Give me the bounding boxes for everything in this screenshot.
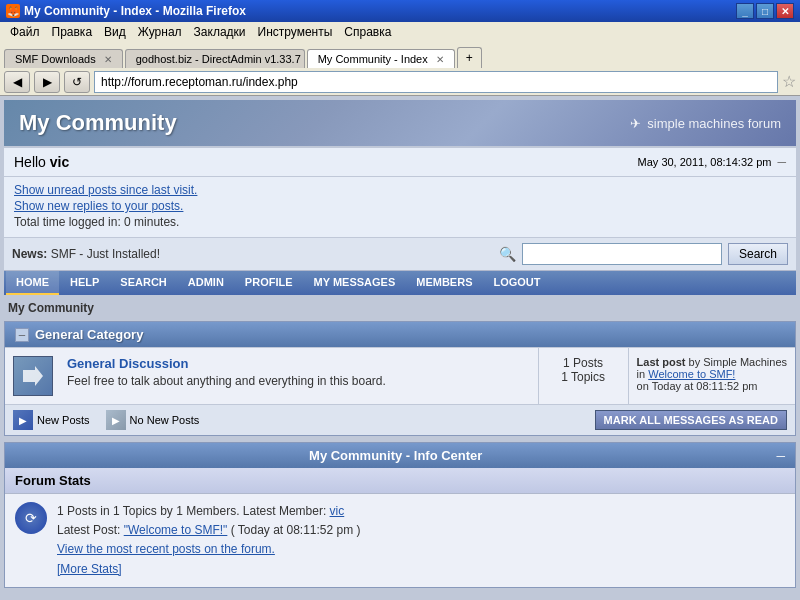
info-section: Show unread posts since last visit. Show… — [4, 177, 796, 238]
hello-bar: Hello vic May 30, 2011, 08:14:32 pm ─ — [4, 148, 796, 177]
search-icon: 🔍 — [499, 246, 516, 262]
stats-post-link[interactable]: "Welcome to SMF!" — [124, 523, 228, 537]
board-stats: 1 Posts 1 Topics — [538, 348, 628, 404]
legend-nonew-label: No New Posts — [130, 414, 200, 426]
addressbar: ◀ ▶ ↺ ☆ — [0, 68, 800, 96]
nav-search[interactable]: SEARCH — [110, 271, 176, 295]
total-time-text: Total time logged in: 0 minutes. — [14, 215, 786, 229]
address-input[interactable] — [94, 71, 778, 93]
lastpost-link[interactable]: Welcome to SMF! — [648, 368, 735, 380]
forum-wrapper: My Community ✈ simple machines forum Hel… — [0, 96, 800, 600]
close-button[interactable]: ✕ — [776, 3, 794, 19]
legend-new-label: New Posts — [37, 414, 90, 426]
stats-line2-suffix: ( Today at 08:11:52 pm ) — [227, 523, 360, 537]
reload-button[interactable]: ↺ — [64, 71, 90, 93]
forum-stats-header: Forum Stats — [5, 468, 795, 494]
board-icon-cell — [5, 348, 61, 404]
board-icon — [13, 356, 53, 396]
hello-minimize-icon[interactable]: ─ — [777, 155, 786, 169]
hello-username: vic — [50, 154, 69, 170]
category-general: ─ General Category General Discussion Fe… — [4, 321, 796, 436]
forum-stats-body: ⟳ 1 Posts in 1 Topics by 1 Members. Late… — [5, 494, 795, 587]
news-text: News: SMF - Just Installed! — [12, 247, 493, 261]
breadcrumb: My Community — [4, 295, 796, 321]
menu-tools[interactable]: Инструменты — [252, 23, 339, 41]
legend-nonew: ▶ No New Posts — [106, 410, 200, 430]
menu-file[interactable]: Файл — [4, 23, 46, 41]
menu-view[interactable]: Вид — [98, 23, 132, 41]
firefox-icon: 🦊 — [6, 4, 20, 18]
hello-greeting: Hello vic — [14, 154, 69, 170]
stats-more-link[interactable]: [More Stats] — [57, 560, 361, 579]
board-info: General Discussion Feel free to talk abo… — [61, 348, 538, 404]
tab-mycommunity[interactable]: My Community - Index ✕ — [307, 49, 455, 68]
search-input[interactable] — [522, 243, 722, 265]
forward-button[interactable]: ▶ — [34, 71, 60, 93]
category-collapse-icon[interactable]: ─ — [15, 328, 29, 342]
breadcrumb-text: My Community — [8, 301, 94, 315]
info-center-title: My Community - Info Center — [15, 448, 776, 463]
stats-recent-link[interactable]: View the most recent posts on the forum. — [57, 540, 361, 559]
tab-smf-label: SMF Downloads — [15, 53, 96, 65]
search-button[interactable]: Search — [728, 243, 788, 265]
nav-members[interactable]: MEMBERS — [406, 271, 482, 295]
tab-add-button[interactable]: + — [457, 47, 482, 68]
hello-text: Hello vic — [14, 154, 69, 170]
maximize-button[interactable]: □ — [756, 3, 774, 19]
tab-directadmin-label: godhost.biz - DirectAdmin v1.33.7 — [136, 53, 301, 65]
tab-directadmin[interactable]: godhost.biz - DirectAdmin v1.33.7 ✕ — [125, 49, 305, 68]
new-posts-icon: ▶ — [13, 410, 33, 430]
info-center-header: My Community - Info Center ─ — [5, 443, 795, 468]
lastpost-on: on Today at 08:11:52 pm — [637, 380, 758, 392]
stats-line1: 1 Posts in 1 Topics by 1 Members. Latest… — [57, 504, 330, 518]
menu-help[interactable]: Справка — [338, 23, 397, 41]
back-button[interactable]: ◀ — [4, 71, 30, 93]
bookmark-star[interactable]: ☆ — [782, 72, 796, 91]
stats-text: 1 Posts in 1 Topics by 1 Members. Latest… — [57, 502, 361, 579]
nav-messages[interactable]: MY MESSAGES — [304, 271, 406, 295]
legend: ▶ New Posts ▶ No New Posts — [13, 410, 199, 430]
brand-icon: ✈ — [630, 116, 641, 131]
nav-help[interactable]: HELP — [60, 271, 109, 295]
category-title: General Category — [35, 327, 143, 342]
menu-history[interactable]: Журнал — [132, 23, 188, 41]
tab-smf-downloads[interactable]: SMF Downloads ✕ — [4, 49, 123, 68]
nav-profile[interactable]: PROFILE — [235, 271, 303, 295]
category-header: ─ General Category — [5, 322, 795, 347]
nav-admin[interactable]: ADMIN — [178, 271, 234, 295]
no-new-posts-icon: ▶ — [106, 410, 126, 430]
board-lastpost: Last post by Simple Machines in Welcome … — [628, 348, 795, 404]
legend-new: ▶ New Posts — [13, 410, 90, 430]
board-row: General Discussion Feel free to talk abo… — [5, 347, 795, 404]
stats-icon: ⟳ — [15, 502, 47, 534]
unread-posts-link[interactable]: Show unread posts since last visit. — [14, 183, 786, 197]
nav-logout[interactable]: LOGOUT — [483, 271, 550, 295]
forum-brand: ✈ simple machines forum — [630, 116, 781, 131]
tab-smf-close[interactable]: ✕ — [104, 54, 112, 65]
brand-text: simple machines forum — [647, 116, 781, 131]
new-replies-link[interactable]: Show new replies to your posts. — [14, 199, 786, 213]
footer-row: ▶ New Posts ▶ No New Posts MARK ALL MESS… — [5, 404, 795, 435]
news-label: News: — [12, 247, 47, 261]
hello-right: May 30, 2011, 08:14:32 pm ─ — [638, 155, 786, 169]
tab-mycommunity-label: My Community - Index — [318, 53, 428, 65]
menu-edit[interactable]: Правка — [46, 23, 99, 41]
tab-mycommunity-close[interactable]: ✕ — [436, 54, 444, 65]
lastpost-in-label: in — [637, 368, 646, 380]
mark-all-read-button[interactable]: MARK ALL MESSAGES AS READ — [595, 410, 787, 430]
forum-title: My Community — [19, 110, 177, 136]
minimize-button[interactable]: _ — [736, 3, 754, 19]
browser-content[interactable]: My Community ✈ simple machines forum Hel… — [0, 96, 800, 600]
info-center-body: Forum Stats ⟳ 1 Posts in 1 Topics by 1 M… — [5, 468, 795, 587]
hello-date: May 30, 2011, 08:14:32 pm — [638, 156, 772, 168]
lastpost-by: by Simple Machines — [689, 356, 787, 368]
info-center-minimize-icon[interactable]: ─ — [776, 449, 785, 463]
stats-line2-prefix: Latest Post: — [57, 523, 124, 537]
menu-bookmarks[interactable]: Закладки — [188, 23, 252, 41]
board-name[interactable]: General Discussion — [67, 356, 188, 371]
titlebar: 🦊 My Community - Index - Mozilla Firefox… — [0, 0, 800, 22]
titlebar-buttons: _ □ ✕ — [736, 3, 794, 19]
stats-member-link[interactable]: vic — [330, 504, 345, 518]
nav-home[interactable]: HOME — [6, 271, 59, 295]
menubar: Файл Правка Вид Журнал Закладки Инструме… — [0, 22, 800, 42]
